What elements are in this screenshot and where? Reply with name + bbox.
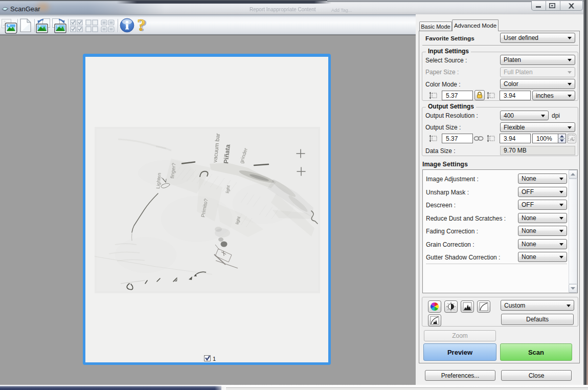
svg-text:?: ? xyxy=(137,17,146,34)
